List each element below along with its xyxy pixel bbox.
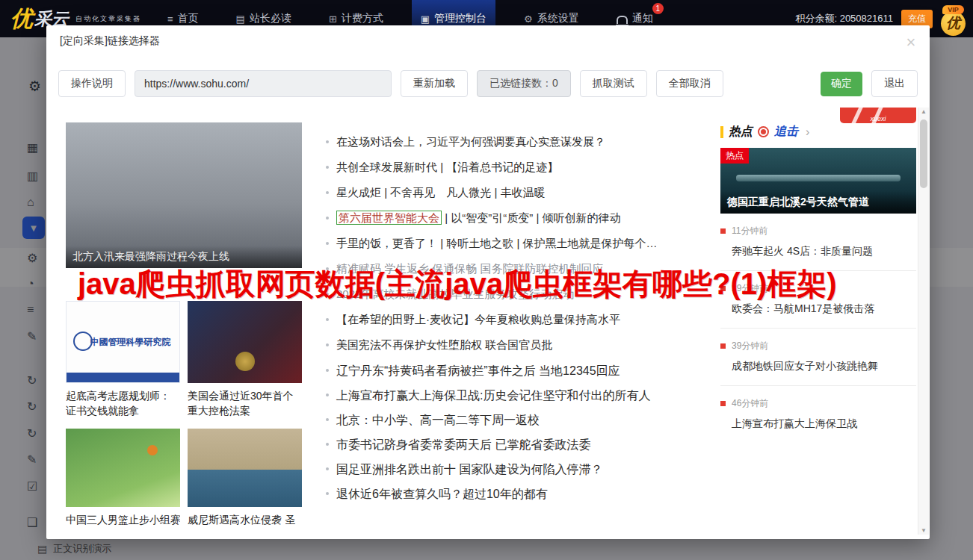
- hot-title: 热点: [729, 124, 753, 140]
- grab-test-button[interactable]: 抓取测试: [580, 70, 647, 97]
- bullet-icon: [326, 242, 329, 245]
- hot-list-item: 11分钟前 奔驰车起火 4S店：非质量问题: [720, 225, 916, 271]
- nav-label: 通知: [632, 12, 653, 25]
- news-link[interactable]: 共创全球发展新时代 | 【沿着总书记的足迹】: [324, 160, 720, 175]
- bullet-icon: [326, 343, 329, 346]
- help-button[interactable]: 操作说明: [58, 70, 126, 97]
- basketball-icon: [147, 445, 158, 455]
- hot-item-time: 39分钟前: [720, 340, 916, 352]
- gear-icon: ⚙: [524, 13, 533, 25]
- home-menu-icon: ≡: [167, 13, 173, 25]
- close-icon[interactable]: ×: [900, 31, 922, 54]
- bullet-icon: [326, 492, 329, 495]
- image-card-grid: 中國管理科學研究院 起底高考志愿规划师：证书交钱就能拿 美国会通过近30年首个重…: [66, 301, 302, 527]
- feature-caption: 北方入汛来最强降雨过程今夜上线: [66, 246, 302, 268]
- news-image-card[interactable]: 美国会通过近30年首个重大控枪法案: [188, 301, 302, 418]
- bullet-icon: [326, 267, 329, 270]
- bullet-icon: [326, 140, 329, 143]
- link-selector-modal: [定向采集]链接选择器 × 操作说明 重新加载 已选链接数：0 抓取测试 全部取…: [46, 25, 930, 539]
- nav-label: 计费方式: [342, 12, 383, 25]
- card-caption: 美国会通过近30年首个重大控枪法案: [188, 388, 302, 418]
- news-image-card[interactable]: 中国三人男篮止步小组赛: [66, 429, 180, 527]
- bullet-icon: [326, 467, 329, 470]
- red-square-icon: [720, 401, 726, 406]
- podium-seal-icon: [235, 352, 255, 371]
- biden-photo: [188, 301, 302, 383]
- news-link[interactable]: 在这场对话会上，习近平为何强调要真心实意谋发展？: [324, 134, 720, 149]
- avatar: 优: [941, 11, 966, 36]
- reload-button[interactable]: 重新加载: [401, 70, 468, 97]
- news-image-card[interactable]: 中國管理科學研究院 起底高考志愿规划师：证书交钱就能拿: [66, 301, 180, 418]
- news-link[interactable]: 2022年离校未就业高校毕业生服务攻坚行动启动: [324, 287, 720, 302]
- promo-banner[interactable]: xuexi: [840, 108, 916, 123]
- bell-icon: [617, 16, 628, 24]
- hot-feature-card[interactable]: 热点 德国正重启北溪2号天然气管道: [720, 148, 916, 214]
- scrollbar-thumb[interactable]: [920, 119, 927, 188]
- hot-item-time: 11分钟前: [720, 225, 916, 237]
- billing-icon: ⊞: [329, 13, 337, 25]
- modal-header: [定向采集]链接选择器 ×: [46, 25, 930, 57]
- card-caption: 中国三人男篮止步小组赛: [66, 512, 180, 527]
- nav-label: 管理控制台: [434, 12, 486, 25]
- bullet-icon: [326, 369, 329, 372]
- chase-title: 追击: [774, 124, 798, 140]
- selected-link-box: 第六届世界智能大会: [336, 211, 442, 225]
- nav-label: 首页: [178, 12, 199, 25]
- bullet-icon: [326, 191, 329, 194]
- bullet-icon: [326, 318, 329, 321]
- hot-topics-panel: 热点 追击 › 热点 德国正重启北溪2号天然气管道 11分钟前 奔驰车起火 4S…: [720, 124, 916, 443]
- academy-photo: 中國管理科學研究院: [66, 301, 180, 383]
- hot-topics-header[interactable]: 热点 追击 ›: [720, 124, 916, 140]
- promo-text: xuexi: [870, 115, 886, 122]
- account-logo[interactable]: VIP 优: [941, 2, 966, 36]
- hot-item-title[interactable]: 成都地铁回应女子对小孩跳艳舞: [732, 360, 916, 373]
- card-caption: 起底高考志愿规划师：证书交钱就能拿: [66, 388, 180, 418]
- hot-badge: 热点: [720, 148, 749, 164]
- news-link[interactable]: 手里的饭，更香了！ | 聆听土地之歌 | 保护黑土地就是保护每个…: [324, 236, 720, 251]
- hot-feature-caption: 德国正重启北溪2号天然气管道: [720, 191, 916, 214]
- news-link-selected[interactable]: 第六届世界智能大会 | 以“智变”引“质变” | 倾听创新的律动: [324, 211, 720, 225]
- yellow-bar-icon: [720, 126, 723, 138]
- hot-item-title[interactable]: 奔驰车起火 4S店：非质量问题: [732, 245, 916, 258]
- basketball-photo: [66, 429, 180, 507]
- exit-button[interactable]: 退出: [871, 70, 918, 97]
- hot-item-title[interactable]: 欧委会：马航MH17是被俄击落: [732, 302, 916, 316]
- brand-logo-main: 优: [10, 4, 33, 34]
- news-link[interactable]: 国足亚洲排名跌出前十 国家队建设为何陷入停滞？: [324, 461, 720, 478]
- scroll-up-icon[interactable]: ▲: [918, 108, 929, 115]
- news-link[interactable]: 【在希望的田野上·麦收记】今年夏粮收购总量保持高水平: [324, 312, 720, 327]
- bullet-icon: [326, 393, 329, 396]
- news-link[interactable]: 市委书记跻身省委常委两天后 已掌舵省委政法委: [324, 437, 720, 453]
- venice-photo: [188, 429, 302, 507]
- brand-tagline: 自动化文章采集器: [75, 14, 141, 24]
- news-link[interactable]: 退休近6年被查算久吗？超过10年的都有: [324, 486, 720, 503]
- red-square-icon: [720, 343, 726, 349]
- news-link[interactable]: 上海宣布打赢大上海保卫战:历史会记住坚守和付出的所有人: [324, 388, 720, 404]
- selected-count-button[interactable]: 已选链接数：0: [477, 70, 571, 97]
- red-square-icon: [720, 228, 726, 234]
- news-link[interactable]: 美国宪法不再保护女性堕胎权 联合国官员批: [324, 337, 720, 352]
- hot-list-item: 39分钟前 成都地铁回应女子对小孩跳艳舞: [720, 340, 916, 386]
- bullet-icon: [326, 217, 329, 220]
- news-link[interactable]: 精准赋码 学生返乡 保通保畅 国务院联防联控机制回应: [324, 261, 720, 276]
- confirm-button[interactable]: 确定: [821, 72, 862, 96]
- hot-item-time: 29分钟前: [720, 282, 916, 295]
- scroll-down-icon[interactable]: ▼: [918, 527, 929, 534]
- bullet-icon: [326, 293, 329, 296]
- news-link[interactable]: 北京：中小学、高一高二等下周一返校: [324, 412, 720, 429]
- pipeline-photo: [736, 175, 901, 181]
- news-link[interactable]: 辽宁丹东“持黄码者看病被拦”事件之后 当地12345回应: [324, 363, 720, 379]
- nav-label: 系统设置: [537, 12, 579, 25]
- nav-label: 站长必读: [250, 12, 291, 25]
- cancel-all-button[interactable]: 全部取消: [656, 70, 723, 97]
- scrollbar[interactable]: ▲ ▼: [918, 108, 929, 535]
- credit-balance: 积分余额: 2050821611: [795, 12, 893, 25]
- feature-news-card[interactable]: 北方入汛来最强降雨过程今夜上线: [66, 122, 302, 268]
- card-caption: 威尼斯遇高水位侵袭 圣: [188, 512, 302, 527]
- news-link[interactable]: 星火成炬 | 不舍再见 凡人微光 | 丰收温暖: [324, 185, 720, 200]
- url-input[interactable]: [135, 70, 392, 97]
- news-image-card[interactable]: 威尼斯遇高水位侵袭 圣: [188, 429, 302, 527]
- bullet-icon: [326, 418, 329, 421]
- academy-strip: [67, 373, 179, 382]
- hot-item-title[interactable]: 上海宣布打赢大上海保卫战: [732, 417, 916, 431]
